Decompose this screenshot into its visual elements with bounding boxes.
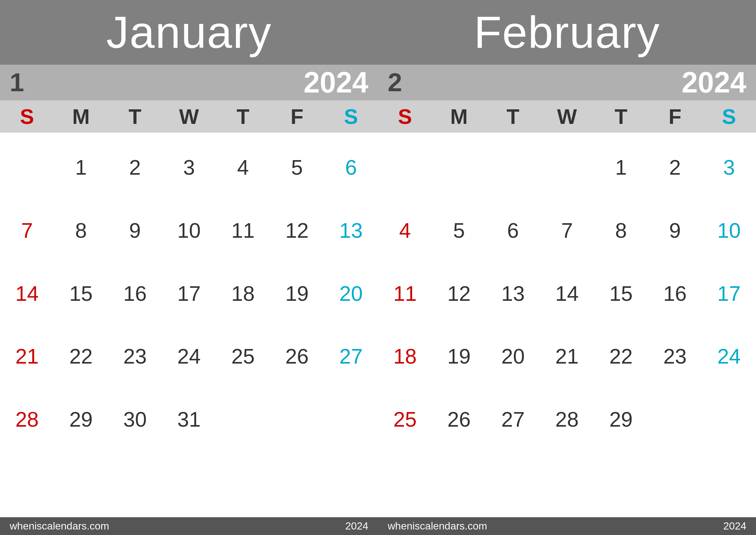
feb-day-cell: 25 xyxy=(378,388,432,451)
jan-day-cell xyxy=(0,451,54,514)
jan-day-cell xyxy=(108,451,162,514)
feb-day-cell xyxy=(378,451,432,514)
jan-day-cell: 29 xyxy=(54,388,108,451)
feb-day-cell: 11 xyxy=(378,262,432,325)
january-calendar: January 1 2024 S M T W T F S 12345678910… xyxy=(0,0,378,535)
jan-day-cell: 12 xyxy=(270,199,324,262)
january-title: January xyxy=(106,6,272,59)
january-month-number: 1 xyxy=(10,68,24,98)
feb-day-cell xyxy=(486,136,540,199)
jan-header-fri: F xyxy=(270,104,324,129)
february-year: 2024 xyxy=(682,66,746,99)
jan-day-cell: 28 xyxy=(0,388,54,451)
february-month-number: 2 xyxy=(388,68,402,98)
feb-day-cell xyxy=(594,451,648,514)
feb-day-cell xyxy=(648,388,702,451)
february-calendar: February 2 2024 S M T W T F S 1234567891… xyxy=(378,0,756,535)
feb-day-cell: 21 xyxy=(540,325,594,388)
feb-day-cell xyxy=(540,451,594,514)
jan-day-cell: 7 xyxy=(0,199,54,262)
feb-header-sun: S xyxy=(378,104,432,129)
feb-day-cell: 13 xyxy=(486,262,540,325)
feb-header-sat: S xyxy=(702,104,756,129)
jan-day-cell: 10 xyxy=(162,199,216,262)
jan-day-cell: 31 xyxy=(162,388,216,451)
feb-day-cell xyxy=(702,388,756,451)
jan-day-cell xyxy=(216,451,270,514)
feb-day-cell xyxy=(648,451,702,514)
february-footer-right: 2024 xyxy=(723,520,746,532)
feb-day-cell: 26 xyxy=(432,388,486,451)
feb-day-cell: 1 xyxy=(594,136,648,199)
jan-day-cell: 4 xyxy=(216,136,270,199)
feb-day-cell: 8 xyxy=(594,199,648,262)
jan-day-cell xyxy=(216,388,270,451)
feb-day-cell: 7 xyxy=(540,199,594,262)
feb-day-cell: 12 xyxy=(432,262,486,325)
february-header: February xyxy=(378,0,756,65)
feb-day-cell xyxy=(702,451,756,514)
january-header: January xyxy=(0,0,378,65)
jan-day-cell xyxy=(324,388,378,451)
february-year-row: 2 2024 xyxy=(378,65,756,100)
feb-day-cell xyxy=(378,136,432,199)
jan-header-thu: T xyxy=(216,104,270,129)
jan-day-cell: 8 xyxy=(54,199,108,262)
feb-header-thu: T xyxy=(594,104,648,129)
jan-day-cell: 6 xyxy=(324,136,378,199)
jan-header-sat: S xyxy=(324,104,378,129)
february-days-header: S M T W T F S xyxy=(378,100,756,133)
january-year-row: 1 2024 xyxy=(0,65,378,100)
jan-day-cell: 1 xyxy=(54,136,108,199)
january-days-header: S M T W T F S xyxy=(0,100,378,133)
jan-day-cell: 16 xyxy=(108,262,162,325)
feb-day-cell: 5 xyxy=(432,199,486,262)
january-footer-right: 2024 xyxy=(345,520,368,532)
jan-day-cell: 27 xyxy=(324,325,378,388)
feb-day-cell: 17 xyxy=(702,262,756,325)
feb-day-cell: 2 xyxy=(648,136,702,199)
jan-day-cell: 17 xyxy=(162,262,216,325)
jan-day-cell: 21 xyxy=(0,325,54,388)
jan-day-cell: 14 xyxy=(0,262,54,325)
february-grid: 1234567891011121314151617181920212223242… xyxy=(378,133,756,517)
feb-day-cell: 28 xyxy=(540,388,594,451)
feb-day-cell: 4 xyxy=(378,199,432,262)
feb-day-cell xyxy=(432,136,486,199)
jan-header-mon: M xyxy=(54,104,108,129)
feb-day-cell xyxy=(540,136,594,199)
jan-day-cell: 19 xyxy=(270,262,324,325)
jan-header-wed: W xyxy=(162,104,216,129)
jan-day-cell: 30 xyxy=(108,388,162,451)
jan-day-cell: 9 xyxy=(108,199,162,262)
february-footer: wheniscalendars.com 2024 xyxy=(378,517,756,535)
jan-day-cell: 24 xyxy=(162,325,216,388)
february-title: February xyxy=(474,6,660,59)
feb-day-cell: 23 xyxy=(648,325,702,388)
jan-day-cell xyxy=(270,451,324,514)
feb-day-cell: 24 xyxy=(702,325,756,388)
feb-day-cell xyxy=(486,451,540,514)
jan-day-cell xyxy=(0,136,54,199)
january-year: 2024 xyxy=(304,66,368,99)
jan-header-tue: T xyxy=(108,104,162,129)
jan-day-cell: 20 xyxy=(324,262,378,325)
feb-day-cell: 29 xyxy=(594,388,648,451)
jan-day-cell: 3 xyxy=(162,136,216,199)
feb-day-cell: 9 xyxy=(648,199,702,262)
feb-day-cell: 6 xyxy=(486,199,540,262)
jan-day-cell: 15 xyxy=(54,262,108,325)
jan-day-cell: 23 xyxy=(108,325,162,388)
feb-day-cell: 15 xyxy=(594,262,648,325)
jan-header-sun: S xyxy=(0,104,54,129)
feb-day-cell: 14 xyxy=(540,262,594,325)
jan-day-cell: 25 xyxy=(216,325,270,388)
jan-day-cell xyxy=(54,451,108,514)
feb-day-cell: 20 xyxy=(486,325,540,388)
feb-day-cell: 16 xyxy=(648,262,702,325)
jan-day-cell xyxy=(324,451,378,514)
jan-day-cell xyxy=(162,451,216,514)
february-footer-left: wheniscalendars.com xyxy=(388,520,487,532)
feb-day-cell: 19 xyxy=(432,325,486,388)
jan-day-cell: 18 xyxy=(216,262,270,325)
